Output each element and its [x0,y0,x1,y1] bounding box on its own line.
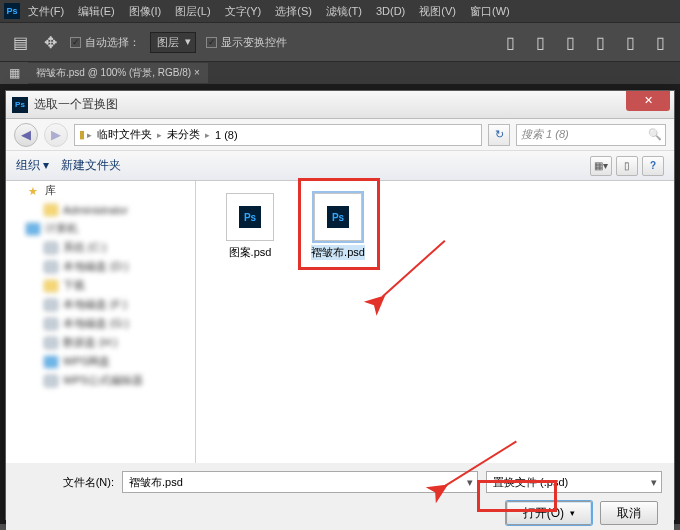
file-name: 褶皱布.psd [311,245,365,260]
menu-select[interactable]: 选择(S) [269,4,318,19]
psd-icon: Ps [327,206,349,228]
nav-back-button[interactable]: ◀ [14,123,38,147]
align-icon[interactable]: ▯ [500,32,520,52]
file-item[interactable]: Ps 图案.psd [216,193,284,260]
dialog-titlebar: Ps 选取一个置换图 ✕ [6,91,674,119]
distribute-icon[interactable]: ▯ [650,32,670,52]
show-transform-checkbox-wrap[interactable]: 显示变换控件 [206,35,287,50]
file-open-dialog: Ps 选取一个置换图 ✕ ◀ ▶ ▮ ▸ 临时文件夹 ▸ 未分类 ▸ 1 (8)… [5,90,675,520]
drive-icon [44,299,58,311]
auto-select-checkbox[interactable] [70,37,81,48]
drive-icon [44,337,58,349]
nav-forward-button[interactable]: ▶ [44,123,68,147]
layer-select[interactable]: 图层 [150,32,196,53]
file-thumb: Ps [226,193,274,241]
ps-document-tabs: 褶皱布.psd @ 100% (背景, RGB/8) × [0,62,680,84]
chevron-right-icon: ▸ [205,130,210,140]
crumb[interactable]: 1 (8) [212,129,241,141]
show-transform-checkbox[interactable] [206,37,217,48]
sidebar-item[interactable]: 系统 (C:) [6,238,195,257]
file-thumb: Ps [314,193,362,241]
sidebar-item[interactable]: 本地磁盘 (F:) [6,295,195,314]
computer-icon [26,223,40,235]
sidebar-item[interactable]: ★库 [6,181,195,200]
help-button[interactable]: ? [642,156,664,176]
file-item-selected[interactable]: Ps 褶皱布.psd [304,193,372,260]
dialog-title: 选取一个置换图 [34,96,626,113]
folder-icon [44,280,58,292]
menu-3d[interactable]: 3D(D) [370,5,411,17]
menu-view[interactable]: 视图(V) [413,4,462,19]
app-menu-icon[interactable]: ▤ [10,32,30,52]
cloud-icon [44,356,58,368]
refresh-button[interactable]: ↻ [488,124,510,146]
menu-window[interactable]: 窗口(W) [464,4,516,19]
crumb[interactable]: 临时文件夹 [94,127,155,142]
crumb[interactable]: 未分类 [164,127,203,142]
open-button[interactable]: 打开(O)▾ [506,501,592,525]
show-transform-label: 显示变换控件 [221,35,287,50]
file-pane[interactable]: Ps 图案.psd Ps 褶皱布.psd [196,181,674,463]
sidebar-item[interactable]: Administrator [6,200,195,219]
chevron-right-icon: ▸ [87,130,92,140]
auto-select-checkbox-wrap[interactable]: 自动选择： [70,35,140,50]
filename-label: 文件名(N): [18,475,114,490]
dialog-toolbar: 组织 ▾ 新建文件夹 ▦▾ ▯ ? [6,151,674,181]
cancel-button[interactable]: 取消 [600,501,658,525]
sidebar-item[interactable]: WPS网盘 [6,352,195,371]
tab-title: 褶皱布.psd @ 100% (背景, RGB/8) × [36,66,200,80]
dialog-ps-icon: Ps [12,97,28,113]
distribute-icon[interactable]: ▯ [620,32,640,52]
sidebar-item[interactable]: 数据盘 (H:) [6,333,195,352]
psd-icon: Ps [239,206,261,228]
photoshop-logo-icon: Ps [4,3,20,19]
breadcrumb[interactable]: ▮ ▸ 临时文件夹 ▸ 未分类 ▸ 1 (8) [74,124,482,146]
sidebar-item[interactable]: 本地磁盘 (G:) [6,314,195,333]
menu-type[interactable]: 文字(Y) [219,4,268,19]
distribute-icon[interactable]: ▯ [590,32,610,52]
align-icon[interactable]: ▯ [530,32,550,52]
menu-layer[interactable]: 图层(L) [169,4,216,19]
search-input[interactable]: 搜索 1 (8) [516,124,666,146]
filetype-select[interactable]: 置换文件 (.psd) [486,471,662,493]
folder-icon: ▮ [79,128,85,141]
file-name: 图案.psd [229,245,272,260]
drive-icon [44,261,58,273]
ps-toolbar: ▤ ✥ 自动选择： 图层 显示变换控件 ▯ ▯ ▯ ▯ ▯ ▯ [0,22,680,62]
document-tab[interactable]: 褶皱布.psd @ 100% (背景, RGB/8) × [28,63,208,83]
sidebar-item[interactable]: WPS公式编辑器 [6,371,195,390]
chevron-right-icon: ▸ [157,130,162,140]
menu-image[interactable]: 图像(I) [123,4,167,19]
sidebar-item[interactable]: 本地磁盘 (D:) [6,257,195,276]
dialog-main: ★库 Administrator 计算机 系统 (C:) 本地磁盘 (D:) 下… [6,181,674,463]
move-tool-icon[interactable]: ✥ [40,32,60,52]
preview-pane-button[interactable]: ▯ [616,156,638,176]
sidebar-item[interactable]: 下载 [6,276,195,295]
menu-edit[interactable]: 编辑(E) [72,4,121,19]
dialog-close-button[interactable]: ✕ [626,91,670,111]
dialog-nav: ◀ ▶ ▮ ▸ 临时文件夹 ▸ 未分类 ▸ 1 (8) ↻ 搜索 1 (8) [6,119,674,151]
drive-icon [44,318,58,330]
menu-file[interactable]: 文件(F) [22,4,70,19]
sidebar-item[interactable]: 计算机 [6,219,195,238]
align-icon[interactable]: ▯ [560,32,580,52]
organize-menu[interactable]: 组织 ▾ [16,157,49,174]
drive-icon [44,375,58,387]
menu-filter[interactable]: 滤镜(T) [320,4,368,19]
ps-menubar: Ps 文件(F) 编辑(E) 图像(I) 图层(L) 文字(Y) 选择(S) 滤… [0,0,680,22]
auto-select-label: 自动选择： [85,35,140,50]
new-folder-button[interactable]: 新建文件夹 [61,157,121,174]
dialog-footer: 文件名(N): 褶皱布.psd 置换文件 (.psd) 打开(O)▾ 取消 [6,463,674,530]
view-mode-button[interactable]: ▦▾ [590,156,612,176]
sidebar: ★库 Administrator 计算机 系统 (C:) 本地磁盘 (D:) 下… [6,181,196,463]
library-icon: ★ [26,185,40,197]
folder-icon [44,204,58,216]
tool-icon[interactable]: ▦ [9,66,20,80]
drive-icon [44,242,58,254]
